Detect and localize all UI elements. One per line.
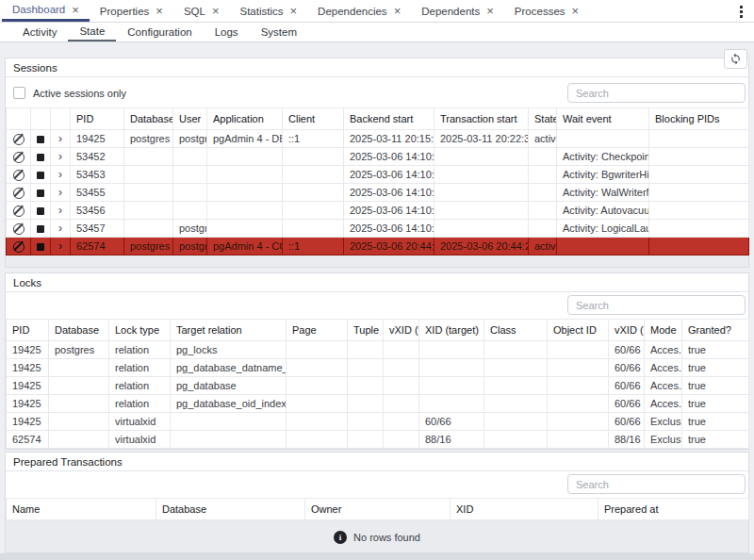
col-pid[interactable]: PID bbox=[71, 108, 124, 130]
close-icon[interactable]: × bbox=[486, 5, 494, 17]
cell-transaction_start: 2025-03-11 20:22:36 ... bbox=[434, 130, 529, 148]
prepared-search-input[interactable] bbox=[567, 474, 746, 494]
locks-search-input[interactable] bbox=[567, 295, 746, 315]
cancel-session-button[interactable] bbox=[7, 148, 31, 166]
cell-pid: 53452 bbox=[71, 148, 124, 166]
active-sessions-only-checkbox[interactable] bbox=[13, 87, 25, 99]
table-row[interactable]: 19425relationpg_database_oid_index60/66A… bbox=[7, 395, 749, 413]
table-row[interactable]: ›534562025-03-06 14:10:11 ...Activity: A… bbox=[7, 202, 749, 220]
col-mode[interactable]: Mode bbox=[645, 320, 682, 341]
col-blocking-pids[interactable]: Blocking PIDs bbox=[649, 108, 749, 130]
expand-row-button[interactable]: › bbox=[51, 130, 71, 148]
expand-row-button[interactable]: › bbox=[51, 148, 71, 166]
close-icon[interactable]: × bbox=[394, 5, 402, 17]
expand-row-button[interactable]: › bbox=[51, 238, 71, 255]
col-vxid-target[interactable]: vXID (t... bbox=[384, 320, 419, 341]
col-xid-target[interactable]: XID (target) bbox=[419, 320, 484, 341]
sessions-search-input[interactable] bbox=[567, 83, 746, 103]
col-target-relation[interactable]: Target relation bbox=[171, 320, 287, 341]
table-row[interactable]: ›534532025-03-06 14:10:11 ...Activity: B… bbox=[7, 166, 749, 184]
close-icon[interactable]: × bbox=[212, 5, 220, 17]
col-page[interactable]: Page bbox=[287, 320, 348, 341]
cancel-session-button[interactable] bbox=[7, 220, 31, 238]
subtab-system[interactable]: System bbox=[250, 23, 308, 41]
tab-dashboard[interactable]: Dashboard × bbox=[2, 0, 90, 22]
cell-blocking_pids bbox=[649, 166, 749, 184]
table-row[interactable]: ›534522025-03-06 14:10:11 ...Activity: C… bbox=[7, 148, 749, 166]
tab-dependencies[interactable]: Dependencies × bbox=[307, 0, 411, 22]
col-application[interactable]: Application bbox=[207, 108, 283, 130]
table-row[interactable]: 19425relationpg_database60/66Acces...tru… bbox=[7, 377, 749, 395]
cell-pid: 19425 bbox=[71, 130, 124, 148]
expand-row-button[interactable]: › bbox=[51, 220, 71, 238]
col-transaction-start[interactable]: Transaction start bbox=[434, 108, 529, 130]
col-granted[interactable]: Granted? bbox=[682, 320, 749, 341]
terminate-session-button[interactable] bbox=[31, 220, 51, 238]
terminate-session-button[interactable] bbox=[31, 202, 51, 220]
subtab-state[interactable]: State bbox=[68, 23, 116, 41]
col-xid[interactable]: XID bbox=[451, 499, 598, 520]
table-row[interactable]: 19425postgresrelationpg_locks60/66Acces.… bbox=[7, 341, 749, 359]
refresh-button[interactable] bbox=[724, 49, 747, 69]
col-tuple[interactable]: Tuple bbox=[348, 320, 384, 341]
col-database[interactable]: Database bbox=[156, 499, 305, 520]
close-icon[interactable]: × bbox=[72, 4, 79, 16]
col-object-id[interactable]: Object ID bbox=[548, 320, 609, 341]
tab-statistics[interactable]: Statistics × bbox=[229, 0, 307, 22]
cancel-session-button[interactable] bbox=[7, 238, 31, 255]
col-class[interactable]: Class bbox=[484, 320, 548, 341]
cell-state bbox=[529, 184, 557, 202]
chevron-right-icon: › bbox=[58, 222, 62, 236]
col-owner[interactable]: Owner bbox=[305, 499, 451, 520]
col-database[interactable]: Database bbox=[124, 108, 173, 130]
table-row[interactable]: 19425relationpg_database_datname_ind...6… bbox=[7, 359, 749, 377]
table-row[interactable]: 62574virtualxid88/1688/16Exclusi...true bbox=[7, 431, 749, 449]
tab-processes[interactable]: Processes × bbox=[504, 0, 589, 22]
cell-xid_target: 88/16 bbox=[419, 431, 484, 449]
terminate-session-button[interactable] bbox=[31, 238, 51, 255]
close-icon[interactable]: × bbox=[572, 5, 580, 17]
terminate-session-button[interactable] bbox=[31, 148, 51, 166]
cell-class bbox=[484, 413, 548, 431]
tab-properties[interactable]: Properties × bbox=[90, 0, 173, 22]
cell-application bbox=[207, 184, 283, 202]
tab-sql[interactable]: SQL × bbox=[173, 0, 230, 22]
cancel-session-button[interactable] bbox=[7, 184, 31, 202]
col-lock-type[interactable]: Lock type bbox=[109, 320, 171, 341]
col-backend-start[interactable]: Backend start bbox=[344, 108, 434, 130]
cell-lock_type: virtualxid bbox=[109, 413, 171, 431]
table-row[interactable]: 19425virtualxid60/6660/66Exclusi...true bbox=[7, 413, 749, 431]
col-prepared-at[interactable]: Prepared at bbox=[598, 499, 749, 520]
col-expand bbox=[51, 108, 71, 130]
col-pid[interactable]: PID bbox=[7, 320, 49, 341]
table-row[interactable]: ›62574postgrespostgr...pgAdmin 4 - CONN:… bbox=[7, 238, 749, 255]
subtab-configuration[interactable]: Configuration bbox=[116, 23, 203, 41]
cancel-session-button[interactable] bbox=[7, 166, 31, 184]
col-vxid-owner[interactable]: vXID (... bbox=[609, 320, 645, 341]
table-row[interactable]: ›53457postgr...2025-03-06 14:10:11 ...Ac… bbox=[7, 220, 749, 238]
terminate-session-button[interactable] bbox=[31, 130, 51, 148]
col-state[interactable]: State bbox=[529, 108, 557, 130]
subtab-logs[interactable]: Logs bbox=[204, 23, 250, 41]
tab-dependents[interactable]: Dependents × bbox=[411, 0, 504, 22]
col-client[interactable]: Client bbox=[283, 108, 344, 130]
close-icon[interactable]: × bbox=[156, 5, 163, 17]
terminate-session-button[interactable] bbox=[31, 166, 51, 184]
table-row[interactable]: ›534552025-03-06 14:10:11 ...Activity: W… bbox=[7, 184, 749, 202]
table-row[interactable]: ›19425postgrespostgr...pgAdmin 4 - DB:po… bbox=[7, 130, 749, 148]
close-icon[interactable]: × bbox=[290, 5, 298, 17]
col-user[interactable]: User bbox=[173, 108, 207, 130]
cell-granted: true bbox=[682, 413, 749, 431]
expand-row-button[interactable]: › bbox=[51, 184, 71, 202]
expand-row-button[interactable]: › bbox=[51, 166, 71, 184]
cancel-session-button[interactable] bbox=[7, 202, 31, 220]
kebab-menu-icon[interactable] bbox=[738, 4, 745, 20]
col-name[interactable]: Name bbox=[7, 499, 156, 520]
col-wait-event[interactable]: Wait event bbox=[557, 108, 649, 130]
subtab-activity[interactable]: Activity bbox=[11, 23, 68, 41]
cell-vxid_owner: 60/66 bbox=[609, 377, 645, 395]
terminate-session-button[interactable] bbox=[31, 184, 51, 202]
expand-row-button[interactable]: › bbox=[51, 202, 71, 220]
cancel-session-button[interactable] bbox=[7, 130, 31, 148]
col-database[interactable]: Database bbox=[49, 320, 109, 341]
